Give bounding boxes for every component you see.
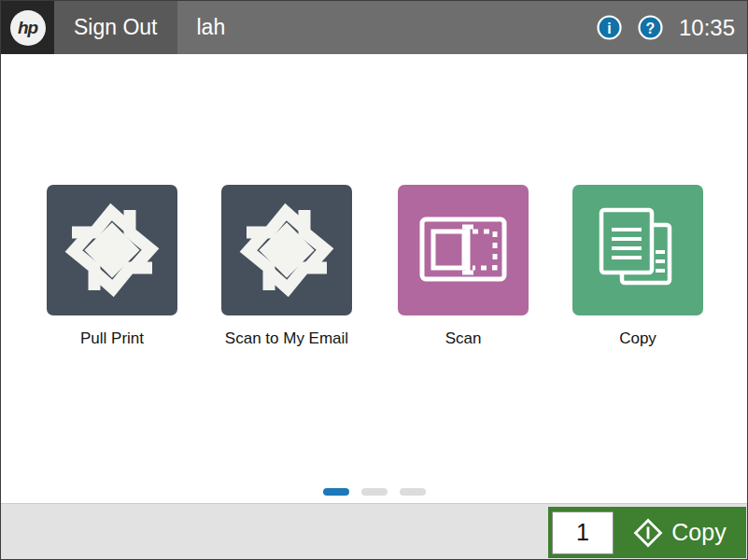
pull-print-icon (47, 185, 177, 315)
sign-out-button[interactable]: Sign Out (54, 1, 177, 54)
info-icon[interactable]: i (597, 15, 622, 40)
page-dot-2[interactable] (361, 488, 388, 496)
hp-logo: hp (1, 1, 54, 54)
signed-in-username: lah (197, 15, 226, 40)
scan-document-icon (398, 185, 529, 315)
tile-label-pull-print: Pull Print (47, 329, 177, 348)
bottom-bar: 1 Copy (1, 503, 747, 559)
page-indicator (1, 488, 747, 496)
help-icon[interactable]: ? (638, 15, 663, 40)
help-glyph: ? (646, 21, 656, 36)
hp-logo-icon: hp (10, 10, 46, 46)
tile-label-copy: Copy (572, 329, 703, 348)
clock-time: 10:35 (679, 15, 735, 41)
copy-documents-icon (572, 185, 703, 315)
tile-pull-print[interactable] (47, 185, 177, 315)
copy-count-field[interactable]: 1 (552, 511, 614, 554)
top-bar: hp Sign Out lah i ? 10:35 (1, 1, 747, 54)
tile-copy[interactable] (572, 185, 703, 315)
tile-label-scan: Scan (398, 329, 529, 348)
quick-copy-group: 1 Copy (548, 507, 746, 558)
tile-scan[interactable] (398, 185, 529, 315)
pull-print-icon (221, 185, 352, 315)
page-dot-3[interactable] (400, 488, 426, 496)
tile-scan-to-my-email[interactable] (221, 185, 352, 315)
tile-label-scan-to-my-email: Scan to My Email (221, 329, 352, 348)
page-dot-1-active[interactable] (323, 488, 349, 496)
copy-start-button[interactable]: Copy (614, 518, 746, 548)
start-diamond-icon (633, 518, 663, 548)
printer-home-screen: hp Sign Out lah i ? 10:35 (0, 0, 748, 560)
info-glyph: i (607, 21, 611, 36)
copy-start-button-label: Copy (671, 519, 726, 546)
top-bar-right: i ? 10:35 (597, 15, 747, 41)
